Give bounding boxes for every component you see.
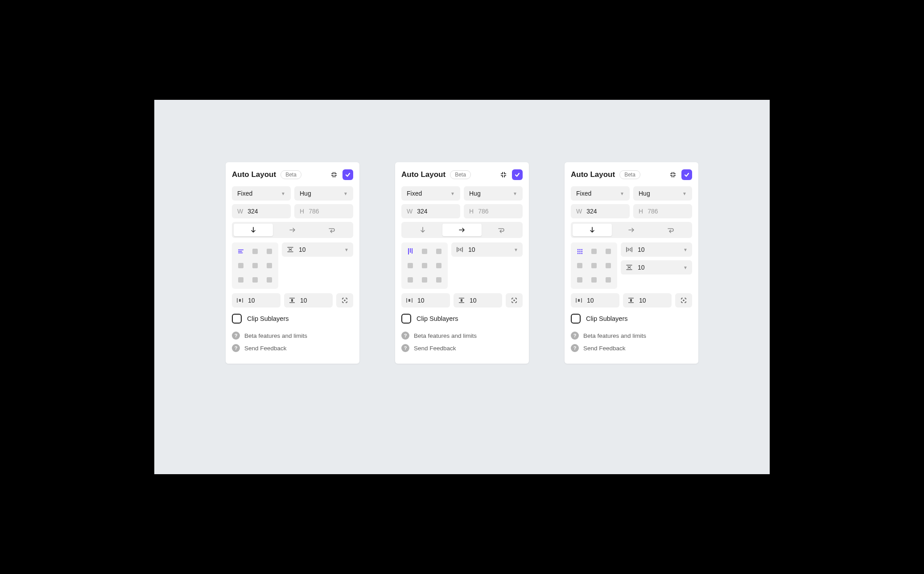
- align-cell[interactable]: [238, 277, 243, 283]
- height-field[interactable]: H 786: [294, 204, 353, 218]
- align-cell[interactable]: [591, 249, 597, 254]
- direction-right-button[interactable]: [273, 224, 312, 236]
- padding-expand-button[interactable]: [675, 293, 692, 308]
- height-label: H: [639, 208, 643, 215]
- svg-rect-11: [514, 300, 515, 301]
- gap-vertical-field[interactable]: 10 ▼: [621, 260, 692, 275]
- padding-horizontal-field[interactable]: 10: [232, 293, 280, 308]
- gap-vertical-icon: [625, 264, 633, 271]
- auto-layout-toggle[interactable]: [342, 169, 353, 180]
- width-field[interactable]: W 324: [232, 204, 291, 218]
- direction-down-button[interactable]: [403, 224, 442, 236]
- height-sizing-select[interactable]: Hug ▼: [633, 186, 692, 201]
- align-cell[interactable]: [577, 263, 582, 268]
- width-sizing-select[interactable]: Fixed ▼: [571, 186, 630, 201]
- align-cell[interactable]: [591, 277, 597, 283]
- padding-vertical-field[interactable]: 10: [284, 293, 333, 308]
- padding-expand-button[interactable]: [506, 293, 523, 308]
- direction-down-button[interactable]: [573, 224, 612, 236]
- svg-rect-19: [579, 253, 581, 254]
- width-sizing-select[interactable]: Fixed ▼: [401, 186, 460, 201]
- clip-sublayers-checkbox[interactable]: Clip Sublayers: [571, 314, 692, 324]
- beta-features-link[interactable]: ? Beta features and limits: [232, 332, 353, 340]
- send-feedback-link[interactable]: ? Send Feedback: [232, 344, 353, 352]
- align-top-left-active[interactable]: [577, 249, 582, 254]
- width-sizing-select[interactable]: Fixed ▼: [232, 186, 291, 201]
- padding-horizontal-icon: [575, 297, 582, 303]
- gap-value: 10: [638, 246, 679, 253]
- align-cell[interactable]: [436, 249, 441, 254]
- direction-wrap-button[interactable]: [312, 224, 351, 236]
- align-cell[interactable]: [591, 263, 597, 268]
- align-cell[interactable]: [238, 263, 243, 268]
- align-cell[interactable]: [606, 249, 611, 254]
- alignment-grid[interactable]: [401, 242, 448, 289]
- align-cell[interactable]: [408, 277, 413, 283]
- direction-right-button[interactable]: [612, 224, 651, 236]
- align-cell[interactable]: [606, 263, 611, 268]
- direction-down-button[interactable]: [234, 224, 273, 236]
- alignment-grid[interactable]: [571, 242, 617, 289]
- direction-right-button[interactable]: [442, 224, 482, 236]
- padding-vertical-field[interactable]: 10: [623, 293, 672, 308]
- align-cell[interactable]: [252, 277, 258, 283]
- align-top-left-active[interactable]: [408, 249, 413, 254]
- align-cell[interactable]: [422, 277, 427, 283]
- align-cell[interactable]: [267, 249, 272, 254]
- clip-sublayers-checkbox[interactable]: Clip Sublayers: [232, 314, 353, 324]
- svg-rect-4: [291, 299, 293, 302]
- auto-layout-toggle[interactable]: [681, 169, 692, 180]
- beta-features-link[interactable]: ? Beta features and limits: [401, 332, 523, 340]
- align-cell[interactable]: [577, 277, 582, 283]
- beta-features-link[interactable]: ? Beta features and limits: [571, 332, 692, 340]
- height-field[interactable]: H 786: [633, 204, 692, 218]
- height-field[interactable]: H 786: [464, 204, 523, 218]
- send-feedback-link[interactable]: ? Send Feedback: [571, 344, 692, 352]
- beta-badge: Beta: [450, 170, 471, 179]
- svg-rect-0: [238, 250, 243, 250]
- padding-horizontal-field[interactable]: 10: [571, 293, 619, 308]
- padding-vertical-field[interactable]: 10: [454, 293, 502, 308]
- gap-horizontal-icon: [456, 246, 464, 253]
- padding-h-value: 10: [248, 297, 255, 304]
- gap-horizontal-field[interactable]: 10 ▼: [621, 242, 692, 257]
- help-label: Beta features and limits: [414, 332, 477, 339]
- clip-sublayers-checkbox[interactable]: Clip Sublayers: [401, 314, 523, 324]
- svg-rect-5: [344, 300, 346, 301]
- align-top-left-active[interactable]: [238, 249, 243, 254]
- align-cell[interactable]: [267, 263, 272, 268]
- align-cell[interactable]: [408, 263, 413, 268]
- collapse-icon[interactable]: [499, 171, 507, 179]
- gap-vertical-field[interactable]: 10 ▼: [282, 242, 353, 257]
- direction-wrap-button[interactable]: [482, 224, 521, 236]
- height-sizing-select[interactable]: Hug ▼: [464, 186, 523, 201]
- align-cell[interactable]: [436, 263, 441, 268]
- padding-horizontal-field[interactable]: 10: [401, 293, 450, 308]
- auto-layout-toggle[interactable]: [512, 169, 523, 180]
- help-icon: ?: [232, 332, 240, 340]
- help-label: Send Feedback: [414, 345, 456, 352]
- align-cell[interactable]: [252, 249, 258, 254]
- padding-expand-button[interactable]: [336, 293, 353, 308]
- svg-rect-9: [408, 299, 410, 302]
- width-field[interactable]: W 324: [571, 204, 630, 218]
- collapse-icon[interactable]: [669, 171, 677, 179]
- align-cell[interactable]: [606, 277, 611, 283]
- gap-value: 10: [638, 264, 679, 271]
- align-cell[interactable]: [267, 277, 272, 283]
- align-cell[interactable]: [422, 249, 427, 254]
- height-sizing-select[interactable]: Hug ▼: [294, 186, 353, 201]
- width-field[interactable]: W 324: [401, 204, 460, 218]
- gap-horizontal-field[interactable]: 10 ▼: [451, 242, 523, 257]
- collapse-icon[interactable]: [330, 171, 338, 179]
- alignment-grid[interactable]: [232, 242, 278, 289]
- align-cell[interactable]: [422, 263, 427, 268]
- send-feedback-link[interactable]: ? Send Feedback: [401, 344, 523, 352]
- direction-wrap-button[interactable]: [651, 224, 690, 236]
- clip-label: Clip Sublayers: [417, 315, 458, 322]
- auto-layout-panel: Auto Layout Beta Fixed ▼ Hug ▼ W 324: [395, 162, 529, 364]
- align-cell[interactable]: [252, 263, 258, 268]
- align-cell[interactable]: [436, 277, 441, 283]
- chevron-down-icon: ▼: [450, 191, 455, 196]
- svg-rect-12: [578, 249, 579, 250]
